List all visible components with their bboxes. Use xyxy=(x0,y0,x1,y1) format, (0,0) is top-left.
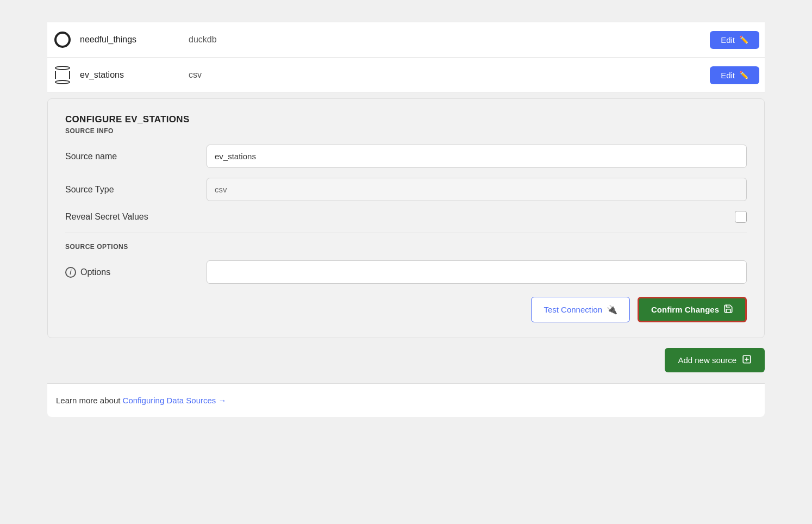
edit-button-ev-stations[interactable]: Edit ✏️ xyxy=(710,66,759,84)
reveal-secret-checkbox[interactable] xyxy=(735,211,747,223)
source-row-needful-things: needful_things duckdb Edit ✏️ xyxy=(47,22,765,58)
source-info-label: SOURCE INFO xyxy=(65,127,747,135)
section-divider xyxy=(65,233,747,233)
source-type-label: Source Type xyxy=(65,185,207,195)
page-container: needful_things duckdb Edit ✏️ ev_station… xyxy=(31,11,781,433)
action-button-row: Test Connection 🔌 Confirm Changes xyxy=(65,297,747,322)
save-icon xyxy=(723,304,733,315)
add-new-source-row: Add new source xyxy=(47,348,765,372)
source-name-row: Source name xyxy=(65,145,747,168)
source-type-needful-things: duckdb xyxy=(189,35,217,45)
source-row-ev-stations: ev_stations csv Edit ✏️ xyxy=(47,58,765,93)
source-type-ev-stations: csv xyxy=(189,70,202,80)
source-type-input[interactable] xyxy=(207,178,747,201)
test-connection-button[interactable]: Test Connection 🔌 xyxy=(531,297,630,322)
add-new-source-label: Add new source xyxy=(678,355,736,365)
source-row-ev-inner: ev_stations csv xyxy=(47,65,710,85)
database-icon xyxy=(53,65,72,85)
source-options-label: SOURCE OPTIONS xyxy=(65,243,747,251)
confirm-changes-button[interactable]: Confirm Changes xyxy=(638,297,747,322)
test-connection-label: Test Connection xyxy=(544,305,602,314)
source-type-row: Source Type xyxy=(65,178,747,201)
options-input[interactable] xyxy=(207,260,747,284)
info-icon: i xyxy=(65,267,76,278)
source-name-label: Source name xyxy=(65,152,207,161)
configure-title: CONFIGURE EV_STATIONS xyxy=(65,114,747,125)
reveal-secret-row: Reveal Secret Values xyxy=(65,211,747,223)
add-new-source-button[interactable]: Add new source xyxy=(665,348,765,372)
footer-bar: Learn more about Configuring Data Source… xyxy=(47,383,765,417)
pencil-icon-needful-things: ✏️ xyxy=(739,35,748,44)
source-name-input[interactable] xyxy=(207,145,747,168)
source-row-inner: needful_things duckdb xyxy=(47,30,710,49)
edit-button-needful-things[interactable]: Edit ✏️ xyxy=(710,31,759,49)
plug-icon: 🔌 xyxy=(607,304,617,315)
source-name-ev-stations: ev_stations xyxy=(80,70,167,80)
source-name-needful-things: needful_things xyxy=(80,35,167,45)
reveal-secret-label: Reveal Secret Values xyxy=(65,212,207,222)
footer-link[interactable]: Configuring Data Sources → xyxy=(123,396,227,405)
donut-icon xyxy=(53,30,72,49)
add-source-icon xyxy=(742,354,752,366)
options-row: i Options xyxy=(65,260,747,284)
confirm-changes-label: Confirm Changes xyxy=(651,305,719,314)
edit-label-ev-stations: Edit xyxy=(721,71,735,80)
checkbox-wrapper xyxy=(207,211,747,223)
configure-panel: CONFIGURE EV_STATIONS SOURCE INFO Source… xyxy=(47,98,765,338)
options-label: i Options xyxy=(65,267,207,278)
footer-text: Learn more about xyxy=(56,396,123,405)
edit-label-needful-things: Edit xyxy=(721,35,735,45)
pencil-icon-ev-stations: ✏️ xyxy=(739,71,748,79)
